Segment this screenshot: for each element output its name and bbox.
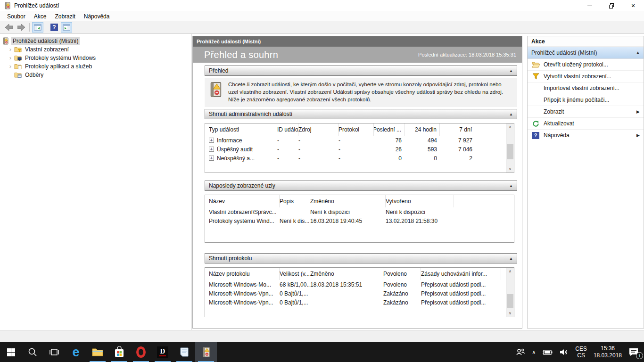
section-header-log-summary[interactable]: Shrnutí protokolu ▲ [205, 253, 517, 263]
section-header-admin-summary[interactable]: Shrnutí administrativních událostí ▲ [205, 109, 517, 119]
help-button[interactable]: ? [49, 22, 60, 33]
scroll-down-icon[interactable]: ∨ [506, 165, 514, 173]
action-connect-other-computer[interactable]: Připojit k jinému počítači... [528, 94, 644, 106]
opera-button[interactable] [130, 342, 152, 362]
expand-plus-icon[interactable]: + [209, 138, 214, 143]
table-row[interactable]: +Neúspěšný a... - - - 0 0 2 [205, 154, 514, 163]
column-header[interactable]: Název protokolu [209, 268, 280, 280]
d-app-button[interactable]: D [152, 342, 173, 362]
action-create-custom-view[interactable]: Vytvořit vlastní zobrazení... [528, 70, 644, 82]
column-header[interactable]: Zdroj [298, 123, 339, 136]
column-header[interactable]: 7 dní [440, 123, 475, 136]
column-header[interactable]: Popis [280, 195, 310, 207]
vertical-scrollbar[interactable]: ∧ ∨ [506, 123, 514, 173]
store-button[interactable] [108, 342, 130, 362]
show-console-tree-button[interactable] [32, 22, 43, 33]
table-row[interactable]: Microsoft-Windows-Mo... 68 kB/1,00... 18… [205, 280, 514, 289]
log-table-header: Název protokolu Velikost (v... Změněno P… [205, 268, 514, 280]
column-header[interactable]: Velikost (v... [280, 268, 310, 280]
column-header[interactable]: 24 hodin [405, 123, 440, 136]
scroll-up-icon[interactable]: ∧ [506, 123, 514, 131]
people-button[interactable] [512, 342, 528, 362]
table-row[interactable]: +Úspěšný audit - - - 26 593 7 046 [205, 145, 514, 154]
menu-napoveda[interactable]: Nápověda [80, 12, 114, 21]
menu-zobrazit[interactable]: Zobrazit [50, 12, 79, 21]
column-header[interactable]: Zásady uchovávání infor... [421, 268, 501, 280]
action-label: Nápověda [544, 132, 570, 139]
chevron-right-icon[interactable]: › [7, 47, 14, 52]
action-open-saved-log[interactable]: Otevřít uložený protokol... [528, 58, 644, 70]
action-view[interactable]: Zobrazit ▶ [528, 106, 644, 117]
cell: Přepisovat události podl... [421, 281, 501, 288]
clock[interactable]: 15:36 18.03.2018 [590, 342, 625, 362]
table-row[interactable]: Microsoft-Windows-Vpn... 0 Bajtů/1,... Z… [205, 289, 514, 298]
tree-item-windows-logs[interactable]: › Protokoly systému Windows [0, 54, 191, 62]
restore-button[interactable] [601, 0, 622, 11]
console-tree-pane: Prohlížeč událostí (Místní) › Vlastní zo… [0, 34, 191, 330]
action-import-custom-view[interactable]: Importovat vlastní zobrazení... [528, 82, 644, 94]
collapse-icon[interactable]: ▲ [636, 50, 640, 55]
forward-button[interactable] [16, 22, 27, 33]
language-indicator[interactable]: CES CS [572, 342, 590, 362]
tree-item-app-service-logs[interactable]: › Protokoly aplikací a služeb [0, 62, 191, 71]
recent-nodes-table: Název Popis Změněno Vytvořeno Vlastní zo… [205, 195, 514, 243]
action-help[interactable]: ? Nápověda ▶ [528, 129, 644, 141]
column-header[interactable]: Typ události [209, 123, 277, 136]
show-hidden-icons-button[interactable]: ∧ [528, 342, 539, 362]
event-viewer-taskbar-button[interactable] [195, 342, 217, 362]
scroll-thumb[interactable] [507, 294, 513, 308]
tree-item-custom-views[interactable]: › Vlastní zobrazení [0, 45, 191, 54]
battery-button[interactable] [539, 342, 556, 362]
collapse-icon[interactable]: ▲ [509, 184, 513, 188]
expand-plus-icon[interactable]: + [209, 147, 214, 152]
column-header[interactable]: Protokol [339, 123, 374, 136]
vertical-scrollbar[interactable]: ∧ ∨ [506, 268, 514, 317]
menu-soubor[interactable]: Soubor [3, 12, 30, 21]
section-header-recent-nodes[interactable]: Naposledy zobrazené uzly ▲ [205, 181, 517, 191]
edge-button[interactable]: e [65, 342, 87, 362]
table-row[interactable]: Protokoly systému Wind... Není k dis... … [205, 216, 514, 225]
column-header[interactable]: Vytvořeno [386, 195, 454, 207]
show-action-pane-button[interactable] [61, 22, 72, 33]
collapse-icon[interactable]: ▲ [509, 112, 513, 116]
notepad-button[interactable] [173, 342, 195, 362]
menu-akce[interactable]: Akce [30, 12, 51, 21]
explorer-button[interactable] [87, 342, 108, 362]
actions-group-header[interactable]: Prohlížeč událostí (Místní) ▲ [528, 47, 644, 58]
column-header[interactable]: Změněno [310, 268, 383, 280]
search-button[interactable] [22, 342, 43, 362]
section-header-overview[interactable]: Přehled ▲ [205, 66, 517, 76]
tree-item-event-viewer-root[interactable]: Prohlížeč událostí (Místní) [0, 37, 191, 45]
column-header[interactable]: ID událo... [277, 123, 298, 136]
tree-item-subscriptions[interactable]: Odběry [0, 71, 191, 79]
notepad-icon [179, 347, 190, 357]
volume-button[interactable] [556, 342, 572, 362]
action-center-button[interactable]: 1 [625, 342, 642, 362]
table-row[interactable]: Microsoft-Windows-Vpn... 0 Bajtů/1,... Z… [205, 298, 514, 307]
expand-plus-icon[interactable]: + [209, 156, 214, 161]
minimize-button[interactable] [579, 0, 601, 11]
cell: Povoleno [383, 281, 421, 288]
action-label: Zobrazit [544, 108, 564, 115]
collapse-icon[interactable]: ▲ [509, 69, 513, 73]
chevron-right-icon[interactable]: › [7, 55, 14, 61]
table-row[interactable]: +Informace - - - 76 494 7 927 [205, 136, 514, 145]
back-button[interactable] [3, 22, 15, 33]
task-view-button[interactable] [43, 342, 65, 362]
cell: 18.03.2018 15:35:51 [310, 281, 383, 288]
start-button[interactable] [0, 342, 22, 362]
close-button[interactable]: ✕ [622, 0, 644, 11]
column-header[interactable]: Povoleno [383, 268, 421, 280]
windows-logs-folder-icon [14, 54, 22, 62]
scroll-down-icon[interactable]: ∨ [506, 310, 514, 317]
scroll-up-icon[interactable]: ∧ [506, 268, 514, 275]
action-refresh[interactable]: Aktualizovat [528, 117, 644, 129]
notification-badge: 1 [636, 352, 643, 359]
column-header[interactable]: Poslední ... [374, 123, 405, 136]
table-row[interactable]: Vlastní zobrazení\Správc... Není k dispo… [205, 207, 514, 216]
chevron-right-icon[interactable]: › [7, 64, 14, 69]
collapse-icon[interactable]: ▲ [509, 256, 513, 261]
scroll-thumb[interactable] [507, 144, 513, 159]
column-header[interactable]: Změněno [310, 195, 386, 207]
column-header[interactable]: Název [209, 195, 280, 207]
